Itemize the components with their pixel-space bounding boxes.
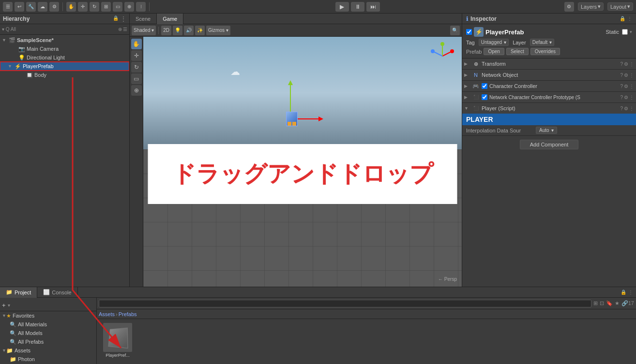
component-transform-header[interactable]: ▶ ⊕ Transform ? ⚙ ⋮ — [462, 58, 636, 69]
hierarchy-item-playerprefab[interactable]: ▼ ⚡ PlayerPrefab — [0, 62, 129, 71]
breadcrumb-prefabs[interactable]: Prefabs — [119, 311, 137, 317]
move-tool[interactable]: ✛ — [78, 2, 88, 12]
hierarchy-menu-icon[interactable]: ⋮ — [121, 15, 126, 22]
project-tree-allmodels[interactable]: 🔍 All Models — [0, 329, 96, 337]
2d-toggle[interactable]: 2D — [161, 26, 171, 35]
asset-item-playerprefab[interactable]: PlayerPref... — [101, 323, 135, 358]
tab-game[interactable]: Game — [157, 14, 183, 24]
layers-dropdown[interactable]: Layers ▾ — [578, 2, 604, 11]
object-active-checkbox[interactable] — [466, 29, 472, 35]
component-playerscript-header[interactable]: ▼ ⬛ Player (Script) ? ⚙ ⋮ — [462, 103, 636, 114]
move-tool-btn[interactable]: ✋ — [131, 39, 142, 49]
static-checkbox[interactable] — [622, 29, 628, 35]
orbit-tool-btn[interactable]: ✛ — [131, 50, 142, 61]
prefab-select-button[interactable]: Select — [506, 48, 529, 55]
netcharctrl-settings-icon[interactable]: ⚙ — [624, 95, 628, 100]
prefab-open-button[interactable]: Open — [484, 48, 504, 55]
project-tree-assets[interactable]: ▼ 📁 Assets — [0, 346, 96, 355]
drag-drop-text: ドラッグアンドドロップ — [172, 159, 433, 189]
project-toolbar-icon3[interactable]: 🔖 — [606, 300, 613, 306]
add-component-button[interactable]: Add Component — [520, 140, 579, 149]
project-toolbar-icon2[interactable]: ⊡ — [600, 300, 604, 306]
tag-dropdown[interactable]: Untagged ▾ — [479, 39, 509, 46]
charctrl-checkbox[interactable] — [482, 83, 487, 89]
breadcrumb-assets[interactable]: Assets — [99, 311, 115, 317]
redo-icon[interactable]: 🔧 — [26, 2, 36, 12]
scale-tool[interactable]: ⊞ — [101, 2, 111, 12]
unity-menu-icon[interactable]: ☰ — [3, 2, 13, 12]
undo-icon[interactable]: ↩ — [15, 2, 24, 12]
project-tree-photon[interactable]: 📁 Photon — [0, 355, 96, 364]
static-dropdown-icon[interactable]: ▾ — [630, 29, 632, 34]
network-object-name: Network Object — [482, 72, 618, 78]
project-add-button[interactable]: + — [2, 302, 6, 309]
hierarchy-item-maincamera[interactable]: 📷 Main Camera — [0, 44, 129, 53]
zoom-tool-btn[interactable]: ↻ — [131, 62, 142, 73]
charctrl-settings-icon[interactable]: ⚙ — [624, 84, 628, 89]
tab-scene[interactable]: Scene — [130, 14, 157, 24]
component-network-object-header[interactable]: ▶ N Network Object ? ⚙ ⋮ — [462, 70, 636, 80]
rect-tool-btn[interactable]: ▭ — [131, 73, 142, 84]
gizmos-dropdown[interactable]: Gizmos ▾ — [206, 26, 230, 35]
hierarchy-lock-icon[interactable]: 🔒 — [113, 15, 119, 22]
project-toolbar-icon4[interactable]: ★ — [615, 300, 620, 306]
netcharctrl-checkbox[interactable] — [482, 94, 487, 100]
charctrl-help-icon[interactable]: ? — [620, 84, 623, 89]
transform-tool[interactable]: ⊕ — [124, 2, 134, 12]
inspector-menu-icon[interactable]: ⋮ — [627, 16, 632, 21]
netobj-help-icon[interactable]: ? — [620, 73, 623, 78]
custom-tool[interactable]: ⁝ — [136, 2, 146, 12]
hierarchy-options-icon[interactable]: ☰ — [123, 27, 127, 32]
hierarchy-search-dropdown[interactable]: ▾ Q All — [2, 27, 16, 32]
collab-icon[interactable]: ⚙ — [49, 2, 59, 12]
transform-help-icon[interactable]: ? — [620, 61, 623, 67]
hierarchy-item-samplescene[interactable]: ▼ 🎬 SampleScene* — [0, 36, 129, 44]
netcharctrl-menu-icon[interactable]: ⋮ — [629, 95, 634, 100]
project-tree-favorites[interactable]: ▼ ★ Favorites — [0, 311, 96, 320]
play-button[interactable]: ▶ — [335, 2, 349, 12]
lighting-toggle[interactable]: 💡 — [173, 26, 182, 35]
component-charctrl-header[interactable]: ▶ 🎮 Character Controller ? ⚙ ⋮ — [462, 81, 636, 91]
inspector-lock-icon[interactable]: 🔒 — [620, 16, 625, 21]
component-netcharctrl-header[interactable]: ▶ ⬛ Network Character Controller Prototy… — [462, 92, 636, 102]
prefab-overrides-button[interactable]: Overrides — [530, 48, 560, 55]
cloud-icon[interactable]: ☁ — [38, 2, 47, 12]
project-tree-allmaterials[interactable]: 🔍 All Materials — [0, 320, 96, 329]
project-tree-allprefabs[interactable]: 🔍 All Prefabs — [0, 337, 96, 346]
playerscript-help-icon[interactable]: ? — [620, 106, 623, 111]
bottom-lock-icon[interactable]: 🔒 — [621, 290, 626, 295]
rotate-tool[interactable]: ↻ — [90, 2, 99, 12]
hierarchy-item-directionallight[interactable]: 💡 Directional Light — [0, 53, 129, 62]
transform-menu-icon[interactable]: ⋮ — [629, 61, 634, 67]
collab-btn[interactable]: ⚙ — [564, 2, 574, 12]
netobj-menu-icon[interactable]: ⋮ — [629, 73, 634, 78]
tab-project[interactable]: 📁 Project — [0, 287, 37, 298]
interpolation-value-dropdown[interactable]: Auto ▾ — [536, 127, 557, 134]
playerscript-settings-icon[interactable]: ⚙ — [624, 106, 628, 111]
shaded-dropdown[interactable]: Shaded ▾ — [132, 26, 156, 35]
project-toolbar-icon1[interactable]: ⊞ — [593, 300, 598, 306]
netobj-settings-icon[interactable]: ⚙ — [624, 73, 628, 78]
transform-settings-icon[interactable]: ⚙ — [624, 61, 628, 67]
hierarchy-create-icon[interactable]: ⊕ — [118, 27, 122, 32]
search-scene[interactable]: 🔍 — [450, 26, 460, 35]
bottom-menu-icon[interactable]: ⋮ — [628, 290, 633, 295]
charctrl-menu-icon[interactable]: ⋮ — [629, 84, 634, 89]
allprefabs-label: All Prefabs — [18, 339, 44, 345]
tab-console[interactable]: ⬜ Console — [37, 287, 77, 298]
scene-sky — [143, 37, 462, 149]
project-search-input[interactable] — [99, 300, 591, 307]
pause-button[interactable]: ⏸ — [351, 2, 364, 12]
effects-toggle[interactable]: ✨ — [195, 26, 205, 35]
project-toolbar-icon5[interactable]: 🔗17 — [621, 300, 634, 306]
playerscript-menu-icon[interactable]: ⋮ — [629, 106, 634, 111]
layer-dropdown[interactable]: Default ▾ — [530, 39, 555, 46]
layout-dropdown[interactable]: Layout ▾ — [607, 2, 633, 11]
rect-tool[interactable]: ▭ — [113, 2, 122, 12]
netcharctrl-help-icon[interactable]: ? — [620, 95, 623, 100]
custom-tool-btn[interactable]: ⊕ — [131, 85, 142, 96]
step-button[interactable]: ⏭ — [366, 2, 380, 12]
audio-toggle[interactable]: 🔊 — [184, 26, 194, 35]
hand-tool[interactable]: ✋ — [66, 2, 76, 12]
hierarchy-item-body[interactable]: 🔲 Body — [0, 71, 129, 79]
